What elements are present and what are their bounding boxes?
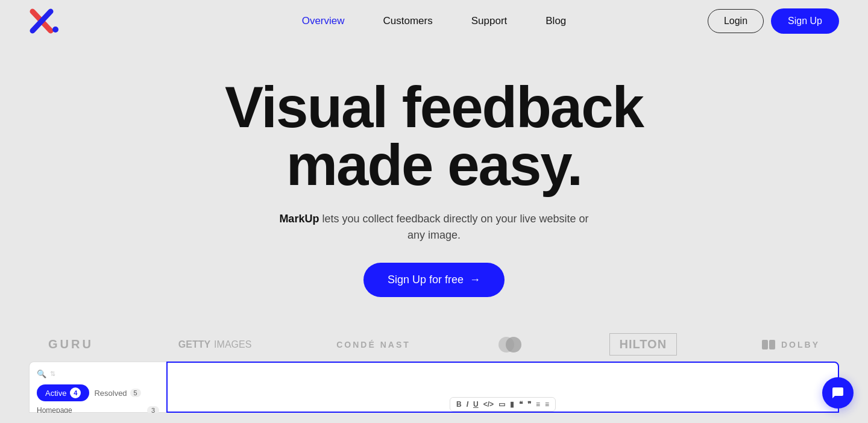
logo-guru: GURU: [48, 337, 93, 351]
toolbar-underline[interactable]: U: [473, 400, 479, 409]
nav-item-overview[interactable]: Overview: [302, 15, 345, 27]
logo-mastercard: [495, 335, 524, 354]
toolbar-table[interactable]: ▭: [498, 400, 505, 409]
svg-point-4: [506, 337, 521, 352]
editor-toolbar: B I U </> ▭ ▮ ❝ ❞ ≡ ≡: [450, 397, 556, 412]
chat-widget-button[interactable]: [822, 377, 854, 409]
logo[interactable]: [29, 8, 63, 34]
toolbar-list-ordered[interactable]: ≡: [536, 400, 540, 409]
toolbar-quote-close[interactable]: ❞: [527, 400, 531, 409]
nav-item-customers[interactable]: Customers: [383, 15, 433, 27]
logos-section: GURU gettyimages CONDÉ NAST Hilton DOLBY: [0, 333, 868, 356]
hero-cta-button[interactable]: Sign Up for free →: [363, 263, 505, 297]
active-tab[interactable]: Active 4: [37, 384, 89, 401]
logo-dolby: DOLBY: [762, 340, 820, 349]
signup-button[interactable]: Sign Up: [771, 8, 839, 34]
resolved-tab[interactable]: Resolved 5: [94, 389, 140, 398]
hero-subtitle: MarkUp lets you collect feedback directl…: [271, 211, 597, 243]
sidebar-tabs: Active 4 Resolved 5: [37, 384, 159, 401]
login-button[interactable]: Login: [708, 9, 764, 33]
product-preview: 🔍 ⇅ Active 4 Resolved 5 Homepage 3 B I U…: [0, 362, 868, 413]
toolbar-list-unordered[interactable]: ≡: [545, 400, 549, 409]
nav-actions: Login Sign Up: [708, 8, 839, 34]
nav-links: Overview Customers Support Blog: [302, 15, 567, 27]
logo-hilton: Hilton: [609, 333, 678, 356]
toolbar-bold[interactable]: B: [456, 400, 462, 409]
hero-title: Visual feedback made easy.: [225, 78, 643, 194]
preview-sidebar: 🔍 ⇅ Active 4 Resolved 5 Homepage 3: [29, 362, 166, 413]
svg-rect-5: [762, 340, 768, 349]
preview-main-area: B I U </> ▭ ▮ ❝ ❞ ≡ ≡: [166, 362, 839, 413]
nav-item-support[interactable]: Support: [471, 15, 508, 27]
svg-rect-6: [769, 340, 775, 349]
svg-point-2: [52, 27, 58, 33]
hero-section: Visual feedback made easy. MarkUp lets y…: [0, 42, 868, 319]
logo-conde-nast: CONDÉ NAST: [336, 340, 410, 349]
toolbar-image[interactable]: ▮: [510, 400, 514, 409]
logo-getty: gettyimages: [178, 339, 252, 350]
search-icon: 🔍: [37, 369, 46, 378]
sidebar-homepage-row: Homepage 3: [37, 406, 159, 413]
toolbar-code[interactable]: </>: [483, 400, 494, 409]
nav-item-blog[interactable]: Blog: [546, 15, 566, 27]
sidebar-search-row: 🔍 ⇅: [37, 369, 159, 378]
navbar: Overview Customers Support Blog Login Si…: [0, 0, 868, 42]
toolbar-italic[interactable]: I: [467, 400, 468, 409]
toolbar-quote-open[interactable]: ❝: [519, 400, 523, 409]
